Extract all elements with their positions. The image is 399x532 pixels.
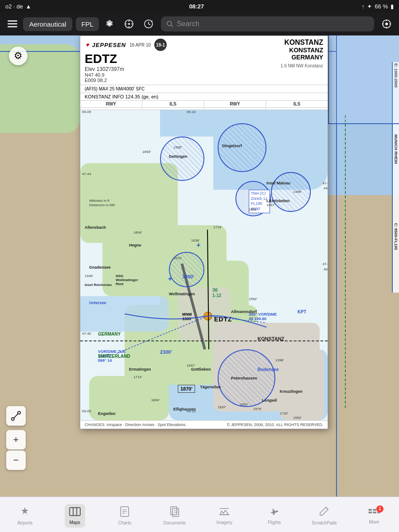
maps-label: Maps	[70, 520, 80, 525]
elev-1667-2: 1667'	[240, 403, 248, 407]
charts-label: Charts	[118, 520, 131, 525]
tab-flights[interactable]: Flights	[250, 504, 300, 525]
svg-rect-42	[373, 509, 376, 511]
fpl-button[interactable]: FPL	[76, 17, 99, 31]
chart-id: 19-1	[154, 39, 167, 51]
germany-label: GERMANY	[98, 332, 121, 336]
runway-label-36: 361-12	[212, 287, 221, 298]
tab-airports[interactable]: Airports	[0, 504, 50, 525]
elev-1398: 1398'	[293, 190, 301, 194]
elev-1592: 1592'	[249, 297, 257, 301]
afis-note: (AFIS) MAX 25 NM/4000' SFC	[85, 86, 145, 91]
time-label: 08:27	[189, 3, 204, 10]
settings-button[interactable]	[101, 15, 118, 33]
bluetooth-icon: ✦	[367, 3, 372, 10]
town-allmannsdorf: Allmannsdorf	[231, 309, 257, 314]
zoom-in-button[interactable]: +	[6, 430, 26, 450]
tma-fl: FL195	[251, 201, 268, 207]
border-dashed	[80, 340, 328, 341]
chart-header-left: ✦ JEPPESEN 16 APR 10 19-1 EDTZ Elev 1302…	[85, 39, 167, 83]
airport-symbol	[203, 312, 212, 321]
map-type-label[interactable]: Aeronautical	[23, 17, 72, 31]
elevation-label: Elev 1302′/397m	[85, 66, 167, 72]
nsg-label: NSGWollmatingerRied	[116, 274, 138, 286]
scale-mid-left: 47-44	[82, 172, 91, 176]
svg-line-11	[149, 24, 150, 25]
airports-icon	[20, 506, 30, 519]
route-button[interactable]	[6, 406, 26, 426]
bodensee-label: Bodensee	[258, 367, 279, 372]
svg-point-15	[385, 23, 388, 25]
menu-button[interactable]	[4, 15, 21, 33]
elev-1693: 1693'	[142, 150, 151, 154]
nav-bar: Aeronautical FPL Search	[0, 12, 399, 35]
scale-left-top: 09-05	[82, 110, 91, 114]
town-litzelstetten: Litzelstetten	[266, 199, 290, 203]
town-tagerwilen: Tägerwilen	[200, 385, 221, 389]
scale-left-bottom: 09-05	[82, 409, 91, 413]
tma-label: TMA (C)	[251, 191, 268, 196]
scratchpads-icon	[319, 506, 329, 519]
arrow-icon: ↑	[362, 3, 365, 10]
scratchpads-label: ScratchPads	[312, 520, 337, 525]
tab-scratchpads[interactable]: ScratchPads	[299, 504, 349, 525]
altitude-note: Altitudes in ft Distances in NM	[89, 199, 115, 208]
tab-maps[interactable]: Maps	[50, 501, 100, 528]
info-freq: KONSTANZ INFO 124.35 (ge, en)	[85, 94, 158, 99]
edtz-label: EDTZ	[214, 316, 232, 323]
switzerland-label: SWITZERLAND	[98, 354, 130, 359]
afis-row: (AFIS) MAX 25 NM/4000' SFC	[80, 85, 328, 93]
elev-1804: 1804'	[151, 398, 160, 402]
chart-panel: ✦ JEPPESEN 16 APR 10 19-1 EDTZ Elev 1302…	[80, 35, 328, 429]
kpt-label: KPT	[297, 309, 306, 314]
zoom-out-button[interactable]: −	[6, 450, 26, 470]
scale-top: 09-10	[187, 110, 196, 114]
clock-button[interactable]	[140, 15, 157, 33]
svg-rect-41	[368, 512, 372, 513]
circle-4	[271, 172, 311, 212]
svg-point-4	[128, 23, 130, 25]
maps-icon	[69, 507, 81, 518]
chart-header-right: KONSTANZ KONSTANZ GERMANY 1.6 NM NW Kons…	[281, 39, 323, 68]
imagery-label: Imagery	[216, 520, 232, 525]
carrier-label: o2 · de	[5, 3, 23, 10]
elev-1552: 1552'	[293, 416, 301, 420]
status-left: o2 · de ▲	[5, 3, 31, 10]
tab-more[interactable]: 1 More	[349, 505, 399, 524]
town-gnadensee: Gnadensee	[89, 265, 111, 270]
search-bar[interactable]: Search	[161, 16, 374, 31]
town-allensbach: Allensbach	[85, 225, 106, 230]
svg-point-12	[167, 21, 172, 26]
elev-1742: 1742'	[280, 411, 288, 415]
tab-documents[interactable]: Documents	[150, 504, 200, 525]
imagery-icon	[219, 507, 230, 518]
more-icon: 1	[368, 507, 380, 518]
svg-rect-1	[8, 23, 17, 25]
dashed-border-right	[345, 115, 346, 408]
mnm-label: MNM 1360'	[182, 312, 192, 321]
svg-rect-2	[8, 26, 17, 27]
status-bar: o2 · de ▲ 08:27 ↑ ✦ 66 % ▮	[0, 0, 399, 12]
battery-label: 66 %	[375, 3, 388, 10]
rwy-header-1: RWY	[80, 101, 142, 107]
svg-rect-43	[373, 512, 376, 513]
elev-1713: 1713'	[133, 375, 142, 379]
elev-1572: 1572'	[173, 256, 182, 260]
corner-box	[328, 35, 399, 124]
tab-charts[interactable]: Charts	[100, 504, 150, 525]
scale-mid-left-2: 47-40	[82, 332, 91, 336]
town-dingelsdorf: Dingelsorf	[222, 144, 242, 148]
map-gear-button[interactable]: ⚙	[9, 47, 27, 65]
svg-marker-26	[21, 507, 28, 514]
airspace-label-c1: C: 8500-FL195	[392, 222, 399, 293]
airport-id: EDTZ	[85, 53, 167, 65]
svg-line-13	[171, 25, 173, 27]
compass-button[interactable]	[120, 15, 138, 33]
tab-bar: Airports Maps Charts	[0, 497, 399, 532]
town-reichenau: Insel Reichenau	[85, 283, 112, 287]
tab-imagery[interactable]: Imagery	[200, 504, 250, 525]
svg-rect-27	[70, 508, 80, 516]
location-button[interactable]	[378, 15, 395, 33]
chart-footer: CHANGES: Airspace · Direction Arrows · S…	[80, 420, 328, 429]
elev-1667: 1667'	[266, 203, 275, 207]
